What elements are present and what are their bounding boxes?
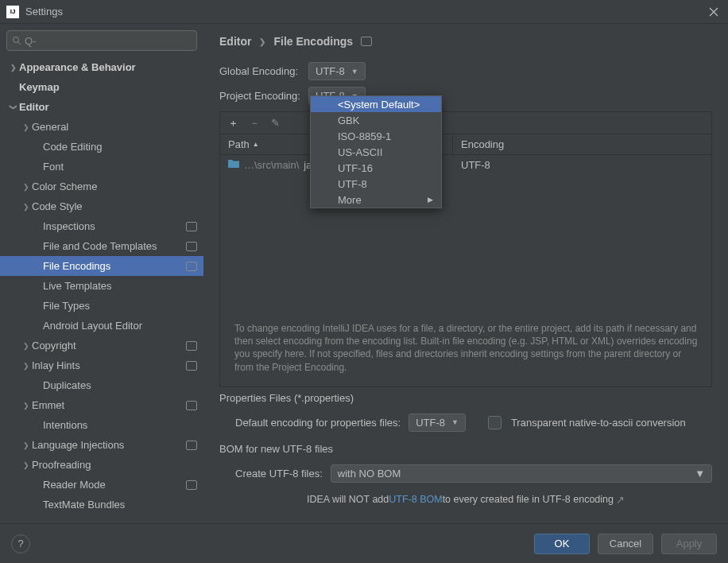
window-title: Settings — [25, 6, 63, 17]
nav-inlay-hints[interactable]: ❯Inlay Hints — [0, 355, 203, 375]
breadcrumb: Editor ❯ File Encodings — [219, 35, 712, 48]
external-link-icon: ↗ — [616, 494, 625, 506]
titlebar: IJ Settings — [0, 0, 728, 24]
project-badge-icon — [361, 37, 372, 46]
create-utf8-label: Create UTF-8 files: — [235, 468, 323, 480]
breadcrumb-file-encodings: File Encodings — [273, 35, 353, 48]
svg-line-1 — [18, 42, 21, 45]
bom-combo-value: with NO BOM — [338, 468, 401, 480]
encoding-hint: To change encoding IntelliJ IDEA uses fo… — [220, 313, 711, 386]
chevron-down-icon: ▼ — [695, 468, 705, 480]
dropdown-option-more[interactable]: More ▶ — [311, 192, 441, 208]
bom-section-title: BOM for new UTF-8 files — [219, 443, 712, 455]
dropdown-option-utf8[interactable]: UTF-8 — [311, 176, 441, 192]
dropdown-option-usascii[interactable]: US-ASCII — [311, 144, 441, 160]
global-encoding-label: Global Encoding: — [219, 65, 308, 77]
project-encoding-label: Project Encoding: — [219, 90, 308, 102]
breadcrumb-editor[interactable]: Editor — [219, 35, 251, 48]
chevron-right-icon: ▶ — [428, 196, 433, 204]
dropdown-option-iso[interactable]: ISO-8859-1 — [311, 128, 441, 144]
nav-file-encodings[interactable]: File Encodings — [0, 256, 203, 276]
utf8-bom-link[interactable]: UTF-8 BOM — [389, 494, 442, 506]
ok-button[interactable]: OK — [534, 534, 590, 554]
nav-android-layout[interactable]: Android Layout Editor — [0, 316, 203, 336]
nav-textmate[interactable]: TextMate Bundles — [0, 495, 203, 514]
nav-reader-mode[interactable]: Reader Mode — [0, 475, 203, 495]
nav-keymap[interactable]: Keymap — [0, 77, 203, 97]
global-encoding-value: UTF-8 — [316, 65, 345, 77]
nav-intentions[interactable]: Intentions — [0, 415, 203, 435]
nav-file-code-templates[interactable]: File and Code Templates — [0, 236, 203, 256]
nav-copyright[interactable]: ❯Copyright — [0, 336, 203, 355]
encoding-table: ＋ － ✎ Path ▲ Encoding — [219, 111, 712, 387]
app-logo-icon: IJ — [6, 6, 19, 18]
chevron-down-icon: ▼ — [351, 68, 358, 76]
chevron-down-icon: ▼ — [451, 418, 459, 426]
apply-button[interactable]: Apply — [661, 534, 717, 554]
nav-color-scheme[interactable]: ❯Color Scheme — [0, 177, 203, 196]
row-encoding: UTF-8 — [453, 159, 711, 171]
nav-file-types[interactable]: File Types — [0, 296, 203, 316]
remove-icon[interactable]: － — [250, 116, 260, 130]
nav-inspections[interactable]: Inspections — [0, 216, 203, 236]
svg-point-0 — [14, 37, 19, 43]
project-badge-icon — [186, 361, 197, 371]
global-encoding-combo[interactable]: UTF-8 ▼ — [308, 62, 366, 80]
nav-code-style[interactable]: ❯Code Style — [0, 196, 203, 216]
nav-general[interactable]: ❯General — [0, 117, 203, 137]
properties-encoding-value: UTF-8 — [416, 417, 445, 429]
project-badge-icon — [186, 262, 197, 271]
cancel-button[interactable]: Cancel — [598, 534, 653, 554]
nav-code-editing[interactable]: Code Editing — [0, 137, 203, 157]
help-button[interactable]: ? — [11, 534, 30, 553]
nav-language-injections[interactable]: ❯Language Injections — [0, 435, 203, 455]
project-badge-icon — [186, 242, 197, 251]
close-icon[interactable] — [706, 4, 722, 20]
transparent-label: Transparent native-to-ascii conversion — [511, 417, 686, 429]
project-badge-icon — [186, 401, 197, 410]
nav-proofreading[interactable]: ❯Proofreading — [0, 455, 203, 475]
nav-duplicates[interactable]: Duplicates — [0, 375, 203, 395]
chevron-right-icon: ❯ — [259, 37, 265, 46]
project-badge-icon — [186, 222, 197, 231]
bom-combo[interactable]: with NO BOM ▼ — [331, 464, 712, 483]
sort-asc-icon: ▲ — [253, 141, 259, 148]
nav-emmet[interactable]: ❯Emmet — [0, 395, 203, 415]
nav-editor[interactable]: ❯Editor — [0, 97, 203, 117]
path-prefix: …\src\main\ — [244, 159, 299, 171]
settings-tree: ❯Appearance & Behavior Keymap ❯Editor ❯G… — [0, 57, 203, 523]
project-badge-icon — [186, 341, 197, 351]
nav-appearance[interactable]: ❯Appearance & Behavior — [0, 57, 203, 77]
properties-encoding-combo[interactable]: UTF-8 ▼ — [409, 414, 466, 432]
search-placeholder: Q- — [25, 35, 36, 47]
encoding-dropdown: <System Default> GBK ISO-8859-1 US-ASCII… — [310, 95, 442, 208]
transparent-checkbox[interactable] — [488, 416, 501, 429]
search-icon — [12, 36, 21, 45]
properties-default-label: Default encoding for properties files: — [235, 417, 401, 429]
bom-hint: IDEA will NOT add UTF-8 BOM to every cre… — [219, 494, 712, 506]
nav-font[interactable]: Font — [0, 157, 203, 177]
edit-icon[interactable]: ✎ — [271, 117, 280, 129]
dropdown-option-gbk[interactable]: GBK — [311, 112, 441, 128]
project-badge-icon — [186, 480, 197, 490]
properties-section-title: Properties Files (*.properties) — [219, 392, 712, 404]
nav-live-templates[interactable]: Live Templates — [0, 276, 203, 296]
table-header-encoding[interactable]: Encoding — [453, 134, 711, 154]
dropdown-option-utf16[interactable]: UTF-16 — [311, 160, 441, 176]
folder-icon — [228, 159, 239, 171]
add-icon[interactable]: ＋ — [228, 116, 238, 130]
search-input[interactable]: Q- — [6, 30, 197, 51]
project-badge-icon — [186, 441, 197, 450]
dropdown-option-system-default[interactable]: <System Default> — [311, 96, 441, 112]
table-row[interactable]: …\src\main\java UTF-8 — [220, 155, 711, 174]
